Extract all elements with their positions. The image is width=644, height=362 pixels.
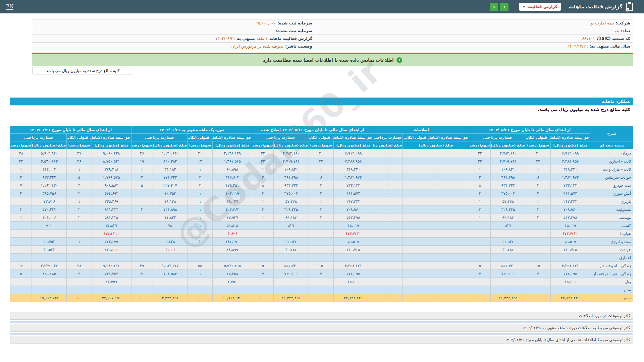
table-cell: ۲ (526, 214, 550, 222)
table-cell: ۸۹,۱۸۴ (491, 214, 526, 222)
table-cell: ۰ (67, 278, 92, 286)
table-cell: ۰ (402, 246, 469, 254)
table-cell: ۷۵ (153, 222, 187, 230)
table-cell: ۰ (526, 230, 550, 238)
table-row: ثالث - مازاد و دیه۳۱۸,۳۲۰۱۱۰۹,۸۲۱۱۰۰۳۱۸,… (10, 165, 633, 173)
insurance-line-label: کشتي (590, 222, 633, 230)
table-cell: ۱۰۹,۸۲۱ (491, 165, 526, 173)
info-row-fiscal: سال مالی منتهی به: ۱۴۰۴/۱۲/۲۹ وضعیت ناشر… (32, 43, 633, 50)
units-note-box: کلیه مبالغ درج شده به میلیون ریال می باش… (33, 67, 133, 74)
report-type-dropdown[interactable]: گزارش فعالیت ▼ (519, 3, 560, 11)
table-cell: ۰ (10, 254, 32, 262)
company-info-table: شرکت: بیمه تجارت نو سرمایه ثبت شده: ۱۵,۰… (32, 19, 633, 50)
table-cell: ۰ (187, 286, 212, 294)
table-cell: ۰ (373, 230, 402, 238)
table-cell: ۴۶۱,۵۷۴ (333, 189, 373, 197)
table-cell: ۲۶ (67, 157, 92, 165)
table-cell: ۵۹,۵۰۹ (333, 238, 373, 246)
table-cell: ۱ (187, 205, 212, 214)
section-header-monthly-performance: عملکرد ماهانه (10, 98, 633, 105)
table-cell: ۰ (373, 222, 402, 230)
table-cell: ۲,۸۲۸ (153, 238, 187, 246)
table-cell: ۳ (309, 181, 333, 189)
table-cell: ۱۸,۸۹۹ (213, 246, 252, 254)
table-cell: ۷۳۳,۱۳۲ (550, 181, 590, 189)
table-cell: ۱ (469, 197, 491, 205)
table-cell: ۳ (526, 181, 550, 189)
table-cell: ۱۲۹,۶۶۴ (92, 246, 131, 254)
language-switch-en[interactable]: EN (6, 4, 13, 10)
table-cell: ۰ (213, 286, 252, 294)
monthly-performance-table: شرح از ابتدای سال مالی تا پایان مورخ ۱۴۰… (10, 126, 633, 302)
premium-subheader: حق بیمه صادره (شامل قبولی اتکایی) (526, 134, 590, 141)
row-header-insurance-line: رشته بیمه اي (590, 141, 633, 149)
next-report-button[interactable]: › (490, 3, 498, 11)
table-cell: ۲ (67, 270, 92, 278)
table-cell: ۱۴۱,۸۹۸ (153, 205, 187, 214)
share-header: سهم(درصد) (187, 141, 212, 149)
insurance-line-label: بدنه خودرو (590, 181, 633, 189)
insurance-line-label: درمان (590, 149, 633, 157)
share-header: سهم(درصد) (131, 141, 153, 149)
insurance-line-label: ثالث - مازاد و دیه (590, 165, 633, 173)
share-header: سهم(درصد) (252, 141, 274, 149)
table-cell: ۰ (402, 254, 469, 262)
table-cell: ۱۴ (10, 262, 32, 270)
table-cell: ۴ (10, 173, 32, 181)
table-cell: ۰ (550, 286, 590, 294)
table-cell: ۰ (10, 222, 32, 230)
table-cell: ۰ (213, 254, 252, 262)
table-cell: ۰ (373, 173, 402, 181)
table-row: مسئولیت۷۰۸,۹۶۰۳۴۲۸,۳۳۵۴۰۰۷۰۸,۹۶۰۳۴۲۸,۳۳۵… (10, 205, 633, 214)
table-cell: (۷۳,۷۴۲) (333, 230, 373, 238)
table-cell: ۰ (491, 254, 526, 262)
insurance-line-label: زندگي - غیر اندوخته دار (590, 270, 633, 278)
table-cell: ۴,۳۴۲,۴۹۶ (153, 294, 187, 302)
table-cell: ۰ (252, 254, 274, 262)
table-cell: ۲۴۳,۶۹۹ (92, 238, 131, 246)
footer-note-cumulative: کادر توضیحی مربوط اطلاعات تجمعی از ابتدا… (10, 336, 633, 344)
table-cell: ۱ (469, 214, 491, 222)
table-cell: ۲۷ (67, 149, 92, 157)
table-cell: ۵۵۶,۷۲۰ (491, 262, 526, 270)
table-cell: ۹۳۴,۷۲۳ (274, 181, 309, 189)
table-cell: ۲,۷۱۹,۷۸۱ (491, 157, 526, 165)
table-cell: ۱,۴۶۱,۵۶۵ (213, 157, 252, 165)
table-cell: ۱۱۰,۷۶۵ (333, 246, 373, 254)
table-cell: ۰ (309, 246, 333, 254)
table-cell: ۰ (373, 157, 402, 165)
table-cell: ۱۰۳,۱۱۹ (213, 189, 252, 197)
amount-header: مبلغ (میلیون ریال) (402, 141, 469, 149)
table-cell: ۰ (491, 230, 526, 238)
premium-subheader: حق بیمه صادره (شامل قبولی اتکایی) (187, 134, 252, 141)
table-cell: ۰ (373, 246, 402, 254)
table-cell: ۳ (526, 270, 550, 278)
col-group-ytd-previous-adjusted: از ابتدای سال مالی تا پایان مورخ ۱۴۰۴/۰۵… (252, 126, 373, 134)
table-cell: ۱۰۱,۰۰۶ (32, 214, 67, 222)
table-cell: ۰ (469, 254, 491, 262)
previous-report-button[interactable]: ‹ (500, 3, 508, 11)
table-cell: ۱۹ (131, 157, 153, 165)
insurance-line-label: باربري (590, 197, 633, 205)
report-period-date: ۱۴۰۴/۰۶/۳۱ (215, 36, 235, 41)
table-cell: ۲۴ (469, 157, 491, 165)
table-cell: ۰ (373, 214, 402, 222)
share-header: سهم(درصد) (10, 141, 32, 149)
table-cell: ۰ (131, 254, 153, 262)
table-cell: ۰ (131, 246, 153, 254)
table-cell: ۱۶,۱۴۸ (153, 197, 187, 205)
table-cell: ۰ (252, 222, 274, 230)
insurance-line-label: هواپیما (590, 230, 633, 238)
footer-empty-strip (10, 321, 633, 323)
table-cell: ۱۴ (187, 157, 212, 165)
amount-header: مبلغ (میلیون ریال) (274, 141, 309, 149)
table-cell: ۴ (252, 173, 274, 181)
table-cell: ۱,۱۶۲,۱۳۰ (32, 181, 67, 189)
table-cell: ۰ (373, 197, 402, 205)
table-cell: ۹۳۴,۷۲۳ (491, 181, 526, 189)
table-cell: ۲,۲۳۹,۹۳۷ (32, 262, 67, 270)
table-cell: ۵۷۰,۲۳۳ (32, 205, 67, 214)
table-cell: ۱ (67, 165, 92, 173)
fiscal-year-label: سال مالی منتهی به: (589, 44, 630, 49)
amount-header: مبلغ (میلیون ریال) (491, 141, 526, 149)
